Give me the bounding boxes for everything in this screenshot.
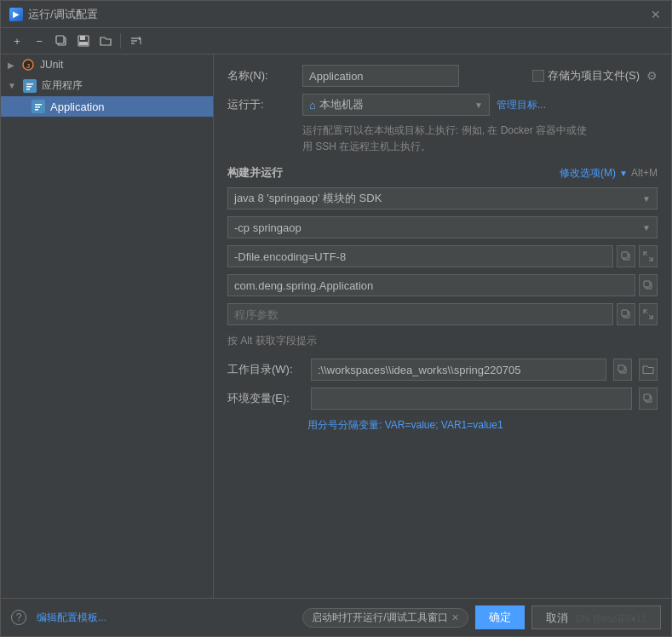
dialog-icon: ▶ <box>9 8 23 21</box>
run-on-arrow: ▼ <box>474 100 483 110</box>
sdk-value: java 8 'springaop' 模块的 SDK <box>234 191 382 206</box>
sort-button[interactable] <box>126 32 145 50</box>
run-on-select[interactable]: ⌂ 本地机器 ▼ <box>302 94 490 116</box>
cancel-label: 取消 <box>546 611 568 624</box>
name-input[interactable] <box>302 65 459 87</box>
copy-env-icon <box>643 393 653 404</box>
save-icon <box>78 35 89 47</box>
save-checkbox-row: 存储为项目文件(S) <box>532 68 640 83</box>
app-icon <box>32 100 45 113</box>
args-copy-button[interactable] <box>617 303 635 325</box>
watermark: DN @daz花0♦11 <box>576 613 646 623</box>
env-vars-copy-button[interactable] <box>639 387 658 410</box>
sidebar-item-junit[interactable]: ▶ J JUnit <box>1 55 213 75</box>
sdk-select[interactable]: java 8 'springaop' 模块的 SDK ▼ <box>227 187 658 209</box>
sort-icon <box>129 35 141 47</box>
remove-config-button[interactable]: − <box>30 32 49 50</box>
run-on-label: 运行于: <box>227 97 296 112</box>
move-config-button[interactable] <box>96 32 115 50</box>
appgroup-chevron: ▼ <box>8 81 16 90</box>
svg-rect-12 <box>26 83 33 85</box>
modify-options-label: 修改选项(M) <box>560 166 616 181</box>
save-config-button[interactable] <box>74 32 93 50</box>
dialog-title: 运行/调试配置 <box>28 7 98 22</box>
cp-select[interactable]: -cp springaop ▼ <box>227 216 658 238</box>
env-vars-row: 环境变量(E): <box>227 387 658 410</box>
run-debug-dialog: ▶ 运行/调试配置 ✕ + − <box>0 0 672 637</box>
svg-rect-32 <box>618 365 624 371</box>
run-on-row: 运行于: ⌂ 本地机器 ▼ 管理目标... <box>227 94 658 116</box>
svg-rect-34 <box>644 394 650 400</box>
vm-expand-button[interactable] <box>639 245 658 267</box>
program-args-input[interactable] <box>227 303 613 325</box>
browse-icon <box>642 364 654 375</box>
cancel-button[interactable]: 取消 DN @daz花0♦11 <box>531 605 661 629</box>
env-vars-input[interactable] <box>311 387 632 410</box>
copy-icon <box>55 35 67 47</box>
copy-main-icon <box>643 280 653 290</box>
args-expand-button[interactable] <box>639 303 658 325</box>
sdk-arrow: ▼ <box>642 194 651 204</box>
app-item-label: Application <box>50 100 105 113</box>
bottom-right: 启动时打开运行/调试工具窗口 ✕ 确定 取消 DN @daz花0♦11 <box>302 605 661 629</box>
close-button[interactable]: ✕ <box>649 8 663 21</box>
svg-rect-16 <box>35 104 42 106</box>
svg-rect-22 <box>622 252 628 258</box>
save-checkbox[interactable] <box>532 70 544 82</box>
svg-text:J: J <box>26 62 30 70</box>
startup-tag-label: 启动时打开运行/调试工具窗口 <box>312 611 447 625</box>
modify-options-chevron: ▼ <box>619 169 628 178</box>
confirm-button[interactable]: 确定 <box>475 605 525 629</box>
toolbar: + − <box>1 28 671 55</box>
copy-vm-icon <box>621 251 631 261</box>
junit-chevron: ▶ <box>8 60 14 70</box>
svg-rect-3 <box>80 36 85 40</box>
gear-icon[interactable]: ⚙ <box>646 69 658 83</box>
sidebar-item-appgroup[interactable]: ▼ 应用程序 <box>1 75 213 96</box>
modify-options-link[interactable]: 修改选项(M) ▼ <box>560 166 628 181</box>
folder-icon <box>100 35 112 47</box>
app-svg <box>32 100 44 112</box>
working-dir-copy-button[interactable] <box>613 359 632 381</box>
junit-icon: J <box>21 58 35 72</box>
build-run-title: 构建并运行 <box>227 165 283 181</box>
desc-line1: 运行配置可以在本地或目标上执行: 例如, 在 Docker 容器中或使 <box>302 124 587 136</box>
bottom-left: ? 编辑配置模板... <box>11 610 106 625</box>
program-args-row <box>227 303 658 325</box>
modify-options-row: 修改选项(M) ▼ Alt+M <box>560 166 658 181</box>
vm-copy-button[interactable] <box>617 245 635 267</box>
main-class-copy-button[interactable] <box>639 274 658 296</box>
main-class-input[interactable] <box>227 274 635 296</box>
add-config-button[interactable]: + <box>8 32 26 50</box>
working-dir-input[interactable] <box>311 359 606 381</box>
svg-rect-18 <box>35 109 38 111</box>
alt-hint-text: 按 Alt 获取字段提示 <box>227 334 658 348</box>
sidebar-item-application[interactable]: Application <box>1 96 213 117</box>
build-run-section-header: 构建并运行 修改选项(M) ▼ Alt+M <box>227 165 658 181</box>
help-button[interactable]: ? <box>11 610 26 625</box>
expand-args-icon <box>643 309 653 319</box>
appgroup-icon <box>23 79 37 93</box>
vm-options-input[interactable] <box>227 245 613 267</box>
appgroup-svg <box>24 80 36 92</box>
manage-target-link[interactable]: 管理目标... <box>497 98 546 112</box>
svg-rect-4 <box>79 42 88 45</box>
title-bar-left: ▶ 运行/调试配置 <box>9 7 98 22</box>
working-dir-row: 工作目录(W): <box>227 359 658 381</box>
startup-tag: 启动时打开运行/调试工具窗口 ✕ <box>302 608 468 628</box>
svg-rect-1 <box>56 36 64 43</box>
startup-tag-close[interactable]: ✕ <box>451 612 459 623</box>
working-dir-browse-button[interactable] <box>639 359 658 381</box>
bottom-bar: ? 编辑配置模板... 启动时打开运行/调试工具窗口 ✕ 确定 取消 DN @d… <box>1 598 671 636</box>
red-arrow-decoration <box>214 221 222 246</box>
save-checkbox-label: 存储为项目文件(S) <box>548 68 640 83</box>
edit-template-link[interactable]: 编辑配置模板... <box>37 611 106 625</box>
copy-config-button[interactable] <box>52 32 71 50</box>
copy-args-icon <box>621 309 631 319</box>
main-content: ▶ J JUnit ▼ <box>1 55 671 598</box>
title-bar: ▶ 运行/调试配置 ✕ <box>1 1 671 28</box>
run-on-value: 本地机器 <box>319 97 364 112</box>
desc-line2: 用 SSH 在远程主机上执行。 <box>302 141 431 152</box>
svg-rect-26 <box>644 281 650 287</box>
expand-vm-icon <box>643 251 653 261</box>
